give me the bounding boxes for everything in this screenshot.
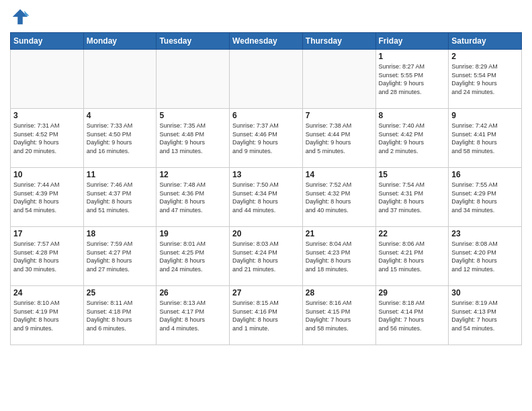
day-number: 28 xyxy=(306,288,373,298)
day-info: Sunrise: 7:44 AM Sunset: 4:39 PM Dayligh… xyxy=(13,181,81,214)
day-info: Sunrise: 8:15 AM Sunset: 4:16 PM Dayligh… xyxy=(232,299,300,332)
day-info: Sunrise: 8:13 AM Sunset: 4:17 PM Dayligh… xyxy=(159,299,226,332)
day-number: 5 xyxy=(159,111,226,120)
day-number: 8 xyxy=(379,111,446,120)
calendar-cell: 26Sunrise: 8:13 AM Sunset: 4:17 PM Dayli… xyxy=(157,286,230,345)
calendar-cell: 12Sunrise: 7:48 AM Sunset: 4:36 PM Dayli… xyxy=(157,168,230,227)
calendar-cell: 15Sunrise: 7:54 AM Sunset: 4:31 PM Dayli… xyxy=(375,168,449,227)
day-number: 23 xyxy=(451,229,519,238)
day-info: Sunrise: 7:54 AM Sunset: 4:31 PM Dayligh… xyxy=(379,181,446,214)
day-info: Sunrise: 8:10 AM Sunset: 4:19 PM Dayligh… xyxy=(13,299,81,332)
day-info: Sunrise: 7:55 AM Sunset: 4:29 PM Dayligh… xyxy=(451,181,519,214)
logo-icon xyxy=(10,7,30,27)
calendar-cell: 11Sunrise: 7:46 AM Sunset: 4:37 PM Dayli… xyxy=(83,168,157,227)
day-info: Sunrise: 8:11 AM Sunset: 4:18 PM Dayligh… xyxy=(87,299,154,332)
calendar-cell: 27Sunrise: 8:15 AM Sunset: 4:16 PM Dayli… xyxy=(230,286,303,345)
calendar-cell: 25Sunrise: 8:11 AM Sunset: 4:18 PM Dayli… xyxy=(83,286,157,345)
day-info: Sunrise: 7:59 AM Sunset: 4:27 PM Dayligh… xyxy=(87,240,154,273)
calendar-cell: 4Sunrise: 7:33 AM Sunset: 4:50 PM Daylig… xyxy=(83,109,157,168)
day-header-monday: Monday xyxy=(83,33,157,50)
logo xyxy=(10,7,33,27)
day-number: 3 xyxy=(13,111,81,120)
calendar-cell xyxy=(83,50,157,109)
calendar-cell: 9Sunrise: 7:42 AM Sunset: 4:41 PM Daylig… xyxy=(449,109,522,168)
calendar-cell: 23Sunrise: 8:08 AM Sunset: 4:20 PM Dayli… xyxy=(449,227,522,286)
day-number: 29 xyxy=(379,288,446,298)
calendar-cell xyxy=(11,50,84,109)
day-number: 27 xyxy=(232,288,300,298)
calendar-week-0: 1Sunrise: 8:27 AM Sunset: 5:55 PM Daylig… xyxy=(11,50,522,109)
day-number: 9 xyxy=(451,111,519,120)
day-number: 14 xyxy=(306,170,373,179)
calendar-cell: 16Sunrise: 7:55 AM Sunset: 4:29 PM Dayli… xyxy=(449,168,522,227)
calendar-cell: 20Sunrise: 8:03 AM Sunset: 4:24 PM Dayli… xyxy=(230,227,303,286)
calendar-cell: 24Sunrise: 8:10 AM Sunset: 4:19 PM Dayli… xyxy=(11,286,84,345)
calendar-cell: 19Sunrise: 8:01 AM Sunset: 4:25 PM Dayli… xyxy=(157,227,230,286)
calendar-cell: 3Sunrise: 7:31 AM Sunset: 4:52 PM Daylig… xyxy=(11,109,84,168)
day-number: 4 xyxy=(87,111,154,120)
calendar-cell: 29Sunrise: 8:18 AM Sunset: 4:14 PM Dayli… xyxy=(375,286,449,345)
day-header-friday: Friday xyxy=(375,33,449,50)
day-number: 11 xyxy=(87,170,154,179)
day-info: Sunrise: 7:42 AM Sunset: 4:41 PM Dayligh… xyxy=(451,122,519,155)
day-info: Sunrise: 8:01 AM Sunset: 4:25 PM Dayligh… xyxy=(159,240,226,273)
header xyxy=(10,7,522,27)
calendar-cell: 7Sunrise: 7:38 AM Sunset: 4:44 PM Daylig… xyxy=(302,109,375,168)
day-number: 10 xyxy=(13,170,81,179)
calendar-cell: 13Sunrise: 7:50 AM Sunset: 4:34 PM Dayli… xyxy=(230,168,303,227)
calendar-cell: 14Sunrise: 7:52 AM Sunset: 4:32 PM Dayli… xyxy=(302,168,375,227)
calendar-week-3: 17Sunrise: 7:57 AM Sunset: 4:28 PM Dayli… xyxy=(11,227,522,286)
day-header-thursday: Thursday xyxy=(302,33,375,50)
calendar-cell xyxy=(302,50,375,109)
day-header-wednesday: Wednesday xyxy=(230,33,303,50)
day-info: Sunrise: 7:50 AM Sunset: 4:34 PM Dayligh… xyxy=(232,181,300,214)
day-info: Sunrise: 7:52 AM Sunset: 4:32 PM Dayligh… xyxy=(306,181,373,214)
calendar-week-2: 10Sunrise: 7:44 AM Sunset: 4:39 PM Dayli… xyxy=(11,168,522,227)
day-info: Sunrise: 8:27 AM Sunset: 5:55 PM Dayligh… xyxy=(379,62,446,96)
day-info: Sunrise: 8:03 AM Sunset: 4:24 PM Dayligh… xyxy=(232,240,300,273)
day-number: 12 xyxy=(159,170,226,179)
day-info: Sunrise: 8:04 AM Sunset: 4:23 PM Dayligh… xyxy=(306,240,373,273)
day-info: Sunrise: 7:40 AM Sunset: 4:42 PM Dayligh… xyxy=(379,122,446,155)
day-info: Sunrise: 7:37 AM Sunset: 4:46 PM Dayligh… xyxy=(232,122,300,155)
day-info: Sunrise: 7:57 AM Sunset: 4:28 PM Dayligh… xyxy=(13,240,81,273)
calendar-header-row: SundayMondayTuesdayWednesdayThursdayFrid… xyxy=(11,33,522,50)
calendar-week-4: 24Sunrise: 8:10 AM Sunset: 4:19 PM Dayli… xyxy=(11,286,522,345)
calendar-cell: 30Sunrise: 8:19 AM Sunset: 4:13 PM Dayli… xyxy=(449,286,522,345)
calendar-cell: 10Sunrise: 7:44 AM Sunset: 4:39 PM Dayli… xyxy=(11,168,84,227)
day-header-tuesday: Tuesday xyxy=(157,33,230,50)
calendar-cell: 5Sunrise: 7:35 AM Sunset: 4:48 PM Daylig… xyxy=(157,109,230,168)
day-header-sunday: Sunday xyxy=(11,33,84,50)
day-number: 17 xyxy=(13,229,81,238)
day-number: 2 xyxy=(451,52,519,61)
calendar-cell: 18Sunrise: 7:59 AM Sunset: 4:27 PM Dayli… xyxy=(83,227,157,286)
day-number: 24 xyxy=(13,288,81,298)
day-number: 1 xyxy=(379,52,446,61)
svg-marker-0 xyxy=(13,9,28,25)
calendar-cell xyxy=(230,50,303,109)
calendar-cell: 6Sunrise: 7:37 AM Sunset: 4:46 PM Daylig… xyxy=(230,109,303,168)
day-number: 22 xyxy=(379,229,446,238)
day-info: Sunrise: 7:38 AM Sunset: 4:44 PM Dayligh… xyxy=(306,122,373,155)
day-number: 18 xyxy=(87,229,154,238)
day-info: Sunrise: 8:18 AM Sunset: 4:14 PM Dayligh… xyxy=(379,299,446,332)
day-info: Sunrise: 8:08 AM Sunset: 4:20 PM Dayligh… xyxy=(451,240,519,273)
calendar-cell: 28Sunrise: 8:16 AM Sunset: 4:15 PM Dayli… xyxy=(302,286,375,345)
calendar-cell: 21Sunrise: 8:04 AM Sunset: 4:23 PM Dayli… xyxy=(302,227,375,286)
day-number: 21 xyxy=(306,229,373,238)
day-info: Sunrise: 7:33 AM Sunset: 4:50 PM Dayligh… xyxy=(87,122,154,155)
day-number: 19 xyxy=(159,229,226,238)
day-number: 7 xyxy=(306,111,373,120)
calendar: SundayMondayTuesdayWednesdayThursdayFrid… xyxy=(10,32,522,345)
day-info: Sunrise: 7:35 AM Sunset: 4:48 PM Dayligh… xyxy=(159,122,226,155)
day-info: Sunrise: 8:19 AM Sunset: 4:13 PM Dayligh… xyxy=(451,299,519,332)
day-number: 20 xyxy=(232,229,300,238)
calendar-cell: 22Sunrise: 8:06 AM Sunset: 4:21 PM Dayli… xyxy=(375,227,449,286)
calendar-cell: 17Sunrise: 7:57 AM Sunset: 4:28 PM Dayli… xyxy=(11,227,84,286)
day-info: Sunrise: 7:46 AM Sunset: 4:37 PM Dayligh… xyxy=(87,181,154,214)
day-info: Sunrise: 7:48 AM Sunset: 4:36 PM Dayligh… xyxy=(159,181,226,214)
calendar-cell: 8Sunrise: 7:40 AM Sunset: 4:42 PM Daylig… xyxy=(375,109,449,168)
day-info: Sunrise: 8:06 AM Sunset: 4:21 PM Dayligh… xyxy=(379,240,446,273)
day-number: 30 xyxy=(451,288,519,298)
day-number: 6 xyxy=(232,111,300,120)
